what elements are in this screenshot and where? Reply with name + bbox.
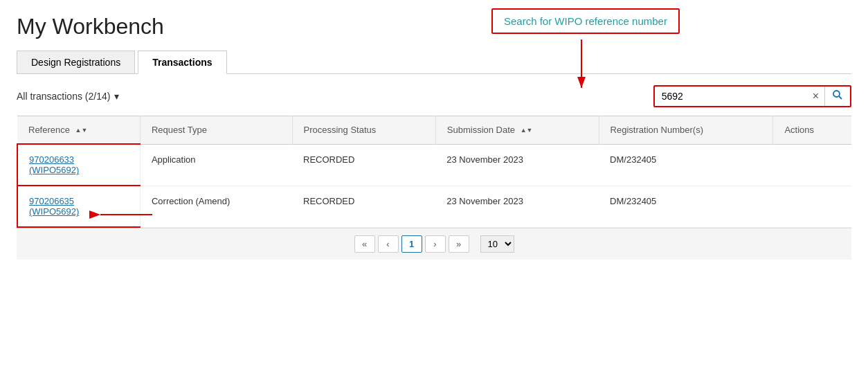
tab-transactions[interactable]: Transactions — [138, 51, 226, 74]
submission-date-2: 23 November 2023 — [435, 186, 599, 227]
ref-wipo-1[interactable]: (WIPO5692) — [29, 165, 79, 175]
search-box: × — [653, 85, 851, 107]
col-submission-date: Submission Date ▲▼ — [435, 116, 599, 145]
search-icon — [832, 89, 843, 100]
transactions-table: Reference ▲▼ Request Type Processing Sta… — [17, 116, 851, 228]
pagination-first[interactable]: « — [354, 235, 375, 253]
chevron-down-icon: ▾ — [114, 91, 119, 102]
pagination-prev[interactable]: ‹ — [378, 235, 399, 253]
actions-1 — [773, 144, 851, 186]
pagination-bar: « ‹ 1 › » 10 25 50 — [17, 228, 851, 260]
table-header-row: Reference ▲▼ Request Type Processing Sta… — [17, 116, 851, 145]
processing-status-2: RECORDED — [292, 186, 435, 227]
request-type-1: Application — [140, 144, 292, 186]
toolbar: All transactions (2/14) ▾ × — [17, 85, 851, 107]
reg-numbers-2: DM/232405 — [599, 186, 773, 227]
svg-line-3 — [839, 96, 842, 99]
search-clear-button[interactable]: × — [807, 87, 824, 105]
submission-date-1: 23 November 2023 — [435, 144, 599, 186]
filter-label-text: All transactions (2/14) — [17, 91, 110, 102]
col-actions: Actions — [773, 116, 851, 145]
request-type-2: Correction (Amend) — [140, 186, 292, 227]
sort-arrows-reference[interactable]: ▲▼ — [75, 127, 88, 134]
row1-arrow — [97, 204, 152, 225]
col-reg-numbers: Registration Number(s) — [599, 116, 773, 145]
svg-point-2 — [833, 91, 840, 97]
filter-dropdown[interactable]: All transactions (2/14) ▾ — [17, 91, 119, 102]
workbench-page: My Workbench Search for WIPO reference n… — [0, 0, 868, 369]
tab-design-registrations[interactable]: Design Registrations — [17, 51, 135, 73]
pagination-last[interactable]: » — [449, 235, 469, 253]
per-page-select[interactable]: 10 25 50 — [480, 235, 514, 253]
ref-wipo-2[interactable]: (WIPO5692) — [29, 206, 79, 217]
col-processing-status: Processing Status — [292, 116, 435, 145]
page-title: My Workbench — [17, 14, 851, 39]
tabs-bar: Design Registrations Transactions — [17, 51, 851, 74]
search-submit-button[interactable] — [824, 87, 850, 106]
per-page-selector: 10 25 50 — [480, 235, 514, 253]
ref-cell-1: 970206633 (WIPO5692) — [17, 144, 140, 186]
table-row: 970206633 (WIPO5692) Application RECORDE… — [17, 144, 851, 186]
pagination-next[interactable]: › — [425, 235, 446, 253]
col-request-type: Request Type — [140, 116, 292, 145]
pagination-current[interactable]: 1 — [401, 235, 422, 253]
ref-link-1[interactable]: 970206633 — [29, 154, 129, 165]
reg-numbers-1: DM/232405 — [599, 144, 773, 186]
sort-arrows-submission-date[interactable]: ▲▼ — [521, 127, 533, 134]
actions-2 — [773, 186, 851, 227]
processing-status-1: RECORDED — [292, 144, 435, 186]
search-input[interactable] — [655, 87, 807, 106]
col-reference: Reference ▲▼ — [17, 116, 140, 145]
